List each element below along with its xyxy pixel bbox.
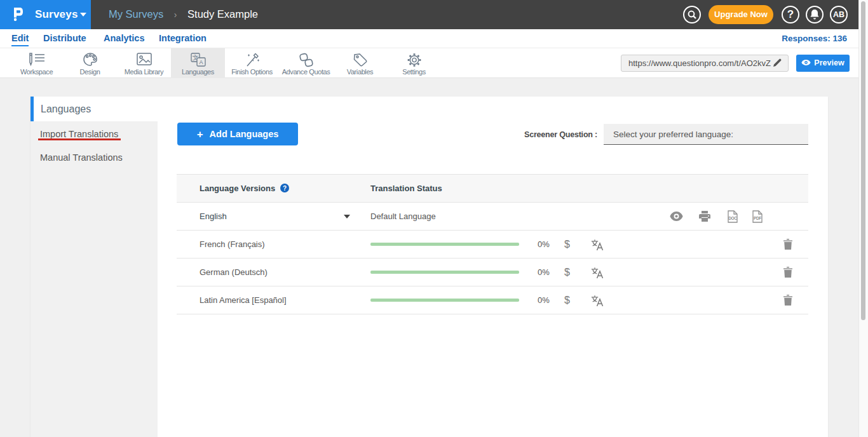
svg-text:PDF: PDF <box>754 216 761 220</box>
svg-text:?: ? <box>283 185 287 192</box>
svg-text:DOC: DOC <box>728 216 737 220</box>
svg-text:A: A <box>199 59 203 65</box>
